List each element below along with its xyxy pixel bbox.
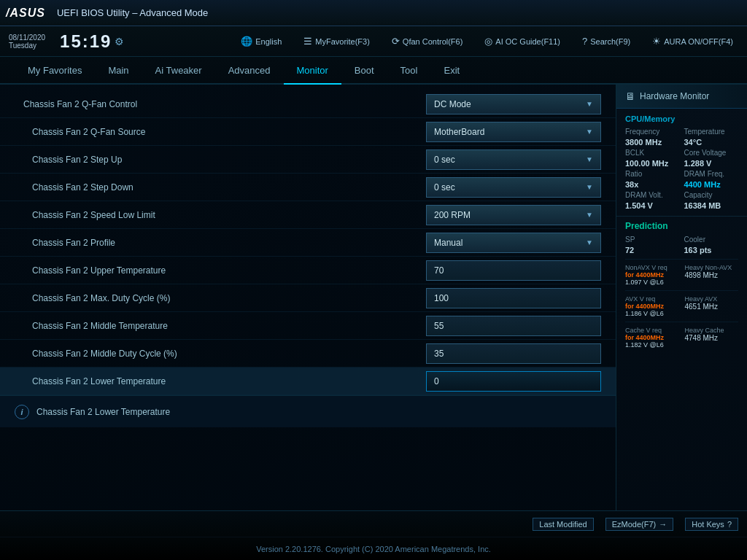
last-modified-button[interactable]: Last Modified bbox=[533, 518, 593, 531]
chevron-down-icon: ▼ bbox=[586, 155, 593, 163]
cache-freq: for 4400MHz bbox=[625, 334, 679, 341]
nav-exit[interactable]: Exit bbox=[430, 57, 473, 85]
cooler-label: Cooler bbox=[684, 236, 739, 244]
ezmode-button[interactable]: EzMode(F7) → bbox=[605, 518, 674, 531]
setting-row-middle-duty: Chassis Fan 2 Middle Duty Cycle (%) 35 bbox=[0, 340, 616, 368]
dram-freq-label: DRAM Freq. bbox=[684, 170, 739, 178]
logo-text: /ASUS bbox=[6, 7, 45, 20]
label-middle-duty: Chassis Fan 2 Middle Duty Cycle (%) bbox=[15, 349, 426, 359]
time-bar: 08/11/2020 Tuesday 15:19 ⚙ 🌐 English ☰ M… bbox=[0, 26, 747, 57]
bclk-label: BCLK bbox=[625, 149, 680, 157]
input-upper-temp[interactable]: 70 bbox=[426, 260, 601, 281]
search-button[interactable]: ? Search(F9) bbox=[577, 34, 635, 49]
nonavx-voltage: 1.097 V @L6 bbox=[625, 279, 679, 286]
dropdown-q-fan-control[interactable]: DC Mode ▼ bbox=[426, 94, 601, 114]
nav-advanced[interactable]: Advanced bbox=[215, 57, 284, 85]
input-lower-temp[interactable]: 0 bbox=[426, 371, 601, 392]
globe-icon: 🌐 bbox=[241, 36, 252, 47]
label-max-duty: Chassis Fan 2 Max. Duty Cycle (%) bbox=[15, 293, 426, 303]
cache-req-label: Cache V req bbox=[625, 327, 679, 334]
dropdown-speed-low-limit[interactable]: 200 RPM ▼ bbox=[426, 205, 601, 225]
control-step-down[interactable]: 0 sec ▼ bbox=[426, 177, 601, 198]
label-step-up: Chassis Fan 2 Step Up bbox=[15, 155, 426, 165]
dram-volt-value: 1.504 V bbox=[625, 201, 680, 210]
setting-row-profile: Chassis Fan 2 Profile Manual ▼ bbox=[0, 229, 616, 257]
label-upper-temp: Chassis Fan 2 Upper Temperature bbox=[15, 265, 426, 276]
heavy-nonavx-value: 4898 MHz bbox=[685, 271, 739, 279]
language-button[interactable]: 🌐 English bbox=[236, 34, 287, 49]
setting-row-speed-low-limit: Chassis Fan 2 Speed Low Limit 200 RPM ▼ bbox=[0, 201, 616, 229]
nav-ai-tweaker[interactable]: Ai Tweaker bbox=[142, 57, 215, 85]
asus-logo: /ASUS bbox=[6, 7, 45, 20]
ai-icon: ◎ bbox=[484, 36, 492, 47]
nav-tool[interactable]: Tool bbox=[387, 57, 431, 85]
label-step-down: Chassis Fan 2 Step Down bbox=[15, 182, 426, 192]
clock-display: 15:19 bbox=[60, 31, 112, 52]
setting-row-middle-temp: Chassis Fan 2 Middle Temperature 55 bbox=[0, 312, 616, 340]
heavy-cache-value: 4748 MHz bbox=[685, 334, 739, 342]
chevron-down-icon: ▼ bbox=[586, 211, 593, 219]
dropdown-q-fan-source[interactable]: MotherBoard ▼ bbox=[426, 122, 601, 142]
avx-voltage: 1.186 V @L6 bbox=[625, 310, 679, 317]
info-icon: i bbox=[15, 405, 29, 419]
chevron-down-icon: ▼ bbox=[586, 238, 593, 246]
label-lower-temp: Chassis Fan 2 Lower Temperature bbox=[15, 376, 426, 386]
control-q-fan-control[interactable]: DC Mode ▼ bbox=[426, 94, 601, 114]
nav-boot[interactable]: Boot bbox=[341, 57, 387, 85]
cpu-memory-section: CPU/Memory Frequency Temperature 3800 MH… bbox=[616, 109, 747, 217]
nav-monitor[interactable]: Monitor bbox=[284, 57, 341, 85]
control-lower-temp[interactable]: 0 bbox=[426, 371, 601, 392]
frequency-value: 3800 MHz bbox=[625, 138, 680, 147]
hotkeys-button[interactable]: Hot Keys ? bbox=[685, 518, 738, 531]
control-middle-temp[interactable]: 55 bbox=[426, 316, 601, 336]
dropdown-step-up[interactable]: 0 sec ▼ bbox=[426, 149, 601, 170]
dropdown-profile[interactable]: Manual ▼ bbox=[426, 233, 601, 253]
cache-row: Cache V req for 4400MHz 1.182 V @L6 Heav… bbox=[625, 327, 738, 353]
nav-main[interactable]: Main bbox=[95, 57, 142, 85]
dropdown-step-down[interactable]: 0 sec ▼ bbox=[426, 177, 601, 198]
settings-panel: Chassis Fan 2 Q-Fan Control DC Mode ▼ Ch… bbox=[0, 85, 616, 510]
control-q-fan-source[interactable]: MotherBoard ▼ bbox=[426, 122, 601, 142]
settings-icon[interactable]: ⚙ bbox=[115, 36, 124, 47]
nonavx-req-label: NonAVX V req bbox=[625, 264, 679, 271]
nav-bar: My Favorites Main Ai Tweaker Advanced Mo… bbox=[0, 57, 747, 85]
setting-row-upper-temp: Chassis Fan 2 Upper Temperature 70 bbox=[0, 257, 616, 284]
label-speed-low-limit: Chassis Fan 2 Speed Low Limit bbox=[15, 210, 426, 220]
input-middle-temp[interactable]: 55 bbox=[426, 316, 601, 336]
favorite-icon: ☰ bbox=[303, 36, 312, 47]
input-max-duty[interactable]: 100 bbox=[426, 288, 601, 308]
dram-freq-value: 4400 MHz bbox=[684, 180, 739, 189]
fan-icon: ⟳ bbox=[392, 36, 400, 47]
info-text: Chassis Fan 2 Lower Temperature bbox=[36, 407, 170, 417]
heavy-nonavx-label: Heavy Non-AVX bbox=[685, 264, 739, 271]
qfan-button[interactable]: ⟳ Qfan Control(F6) bbox=[387, 34, 468, 49]
monitor-icon: 🖥 bbox=[625, 90, 635, 102]
aioc-button[interactable]: ◎ AI OC Guide(F11) bbox=[479, 34, 565, 49]
control-middle-duty[interactable]: 35 bbox=[426, 343, 601, 364]
aura-button[interactable]: ☀ AURA ON/OFF(F4) bbox=[647, 34, 738, 49]
sp-label: SP bbox=[625, 236, 680, 244]
cooler-value: 163 pts bbox=[684, 246, 739, 254]
myfavorite-button[interactable]: ☰ MyFavorite(F3) bbox=[298, 34, 375, 49]
input-middle-duty[interactable]: 35 bbox=[426, 343, 601, 364]
core-voltage-label: Core Voltage bbox=[684, 149, 739, 157]
question-icon: ? bbox=[727, 520, 732, 529]
control-speed-low-limit[interactable]: 200 RPM ▼ bbox=[426, 205, 601, 225]
bottom-bar: Last Modified EzMode(F7) → Hot Keys ? bbox=[0, 510, 747, 537]
core-voltage-value: 1.288 V bbox=[684, 159, 739, 168]
control-step-up[interactable]: 0 sec ▼ bbox=[426, 149, 601, 170]
nav-my-favorites[interactable]: My Favorites bbox=[15, 57, 95, 85]
date-display: 08/11/2020 Tuesday bbox=[9, 34, 45, 50]
main-content: Chassis Fan 2 Q-Fan Control DC Mode ▼ Ch… bbox=[0, 85, 747, 510]
chevron-down-icon: ▼ bbox=[586, 100, 593, 108]
capacity-value: 16384 MB bbox=[684, 201, 739, 210]
control-profile[interactable]: Manual ▼ bbox=[426, 233, 601, 253]
control-upper-temp[interactable]: 70 bbox=[426, 260, 601, 281]
chevron-down-icon: ▼ bbox=[586, 128, 593, 136]
heavy-avx-label: Heavy AVX bbox=[685, 295, 739, 303]
label-q-fan-source: Chassis Fan 2 Q-Fan Source bbox=[15, 127, 426, 137]
control-max-duty[interactable]: 100 bbox=[426, 288, 601, 308]
temperature-label: Temperature bbox=[684, 128, 739, 136]
setting-row-step-down: Chassis Fan 2 Step Down 0 sec ▼ bbox=[0, 174, 616, 201]
heavy-avx-value: 4651 MHz bbox=[685, 303, 739, 311]
